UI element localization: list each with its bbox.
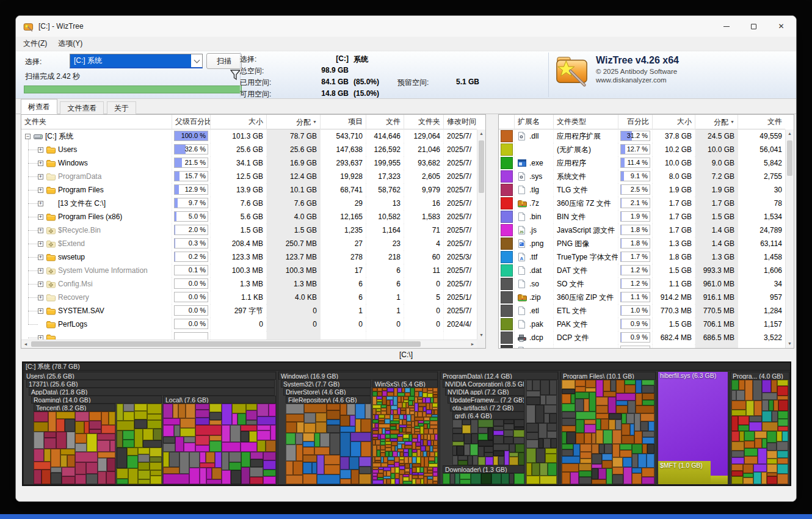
treemap-section-programdata[interactable]: ProgramData\ (12.4 GB)NVIDIA Corporation… xyxy=(440,371,559,485)
scroll-thumb[interactable] xyxy=(31,341,421,347)
scroll-thumb[interactable] xyxy=(787,140,792,176)
website-link[interactable]: www.diskanalyzer.com xyxy=(596,76,679,84)
table-row[interactable]: +$Recycle.Bin2.0 %1.5 GB1.5 GB1,2351,164… xyxy=(21,223,477,237)
treemap-mosaic[interactable] xyxy=(526,448,557,484)
treemap-label[interactable]: NVIDIA Corporation\ (8.5 GB) xyxy=(443,380,524,388)
col-modified[interactable]: 修改时间 xyxy=(444,115,478,129)
minimize-button[interactable] xyxy=(712,16,740,37)
scroll-up-icon[interactable]: ▲ xyxy=(477,129,485,138)
scan-button[interactable]: 扫描 xyxy=(206,53,242,69)
treemap-label[interactable]: NVIDIA app\ (7.2 GB) xyxy=(445,388,524,396)
scroll-down-icon[interactable]: ▼ xyxy=(477,331,485,339)
expand-icon[interactable]: + xyxy=(38,308,43,314)
treemap-label[interactable]: Tencent\ (8.2 GB) xyxy=(34,404,115,412)
table-row[interactable]: .zip360压缩 ZIP 文件1.1 %914.2 MB916.1 MB957 xyxy=(499,291,785,304)
treemap-label[interactable]: 17371\ (25.6 GB) xyxy=(26,380,275,388)
expand-icon[interactable]: + xyxy=(38,281,43,287)
treemap-label[interactable]: FileRepository\ (4.6 GB) xyxy=(286,396,371,404)
treemap-label[interactable]: Downloader\ (1.3 GB) xyxy=(443,465,524,473)
treemap-block[interactable] xyxy=(711,476,728,484)
treemap-mosaic[interactable] xyxy=(562,380,654,484)
treemap-root-label[interactable]: [C:] 系统 (78.7 GB) xyxy=(23,363,790,371)
table-row[interactable]: PerfLogs0.0 %000002024/4/ xyxy=(21,318,477,331)
expand-icon[interactable]: + xyxy=(38,268,43,274)
treemap-label[interactable]: Users\ (25.6 GB) xyxy=(24,372,276,380)
expand-icon[interactable]: + xyxy=(38,161,43,166)
treemap-mosaic[interactable] xyxy=(163,404,276,484)
expand-icon[interactable]: + xyxy=(38,187,43,193)
treemap-mosaic[interactable] xyxy=(452,419,524,465)
treemap-block[interactable]: $MFT (1.0 GB) xyxy=(658,461,711,484)
treemap-label[interactable]: Local\ (7.6 GB) xyxy=(163,396,276,404)
treemap-label[interactable]: hiberfil.sys (6.3 GB) xyxy=(658,372,728,380)
table-row[interactable]: .datDAT 文件1.2 %1.5 GB993.3 MB1,606 xyxy=(499,264,785,277)
table-row[interactable]: +swsetup0.2 %123.3 MB123.7 MB27821860202… xyxy=(21,250,477,264)
treemap-label[interactable]: UpdateFramew... (7.2 GB) xyxy=(448,396,524,404)
col-parent-percent[interactable]: 父级百分比 xyxy=(172,115,211,129)
table-row[interactable]: +[13 文件在 C:\]9.7 %7.6 GB7.6 GB2913162025… xyxy=(21,197,477,210)
table-row[interactable]: +Config.Msi0.0 %1.3 MB1.3 MB6602025/7/ xyxy=(21,277,477,291)
col-files[interactable]: 文件 xyxy=(366,115,404,129)
table-row[interactable]: .dll应用程序扩展31.2 %37.8 GB24.5 GB49,559 xyxy=(499,129,785,143)
treemap-label[interactable]: Windows\ (16.9 GB) xyxy=(278,372,438,380)
table-row[interactable]: + xyxy=(21,331,477,339)
treemap-label[interactable]: grd\ (6.4 GB) xyxy=(452,412,524,419)
table-row[interactable]: .exe应用程序11.4 %10.0 GB9.0 GB5,842 xyxy=(499,156,785,170)
scroll-thumb[interactable] xyxy=(479,140,484,193)
filter-icon[interactable] xyxy=(230,70,241,81)
drive-select[interactable]: [C:] 系统 xyxy=(70,54,203,68)
expand-icon[interactable]: + xyxy=(38,214,43,220)
extension-vscrollbar[interactable]: ▲ ▼ xyxy=(785,129,794,348)
expand-icon[interactable]: + xyxy=(38,174,43,180)
expand-icon[interactable]: + xyxy=(38,335,43,340)
col-filetype[interactable]: 文件类型 xyxy=(554,115,618,129)
expand-icon[interactable]: + xyxy=(38,228,43,233)
treemap-label[interactable]: ota-artifacts\ (7.2 GB) xyxy=(450,404,524,412)
table-row[interactable]: (无扩展名)12.7 %10.2 GB10.0 GB56,041 xyxy=(499,143,785,156)
menu-options[interactable]: 选项(Y) xyxy=(53,37,88,51)
col-percent[interactable]: 百分比 xyxy=(618,115,653,129)
tab-tree-view[interactable]: 树查看 xyxy=(21,99,57,114)
treemap-mosaic[interactable] xyxy=(117,404,162,484)
treemap-mosaic[interactable] xyxy=(443,473,524,484)
col-size[interactable]: 大小 xyxy=(653,115,695,129)
treemap-label[interactable]: Program Files\ (10.1 GB) xyxy=(560,372,656,380)
expand-icon[interactable]: + xyxy=(38,201,43,206)
table-row[interactable]: A.ttfTrueType 字体文件1.7 %1.8 GB1.3 GB1,458 xyxy=(499,250,785,264)
table-row[interactable]: .sys系统文件9.1 %8.0 GB7.2 GB2,755 xyxy=(499,170,785,183)
scroll-right-icon[interactable]: ► xyxy=(468,340,477,349)
table-row[interactable]: .7z360压缩 7Z 文件2.1 %1.7 GB1.7 GB78 xyxy=(499,197,785,210)
table-row[interactable]: .etlETL 文件1.0 %770.3 MB770.5 MB1,284 xyxy=(499,304,785,318)
table-row[interactable]: +Program Files12.9 %13.9 GB10.1 GB68,741… xyxy=(21,183,477,197)
treemap-section-windows[interactable]: Windows\ (16.9 GB)System32\ (7.7 GB)WinS… xyxy=(278,371,438,485)
table-row[interactable]: +ProgramData15.7 %12.5 GB12.4 GB19,92817… xyxy=(21,170,477,183)
treemap-section-programfiles[interactable]: Program Files\ (10.1 GB) xyxy=(560,371,656,485)
close-button[interactable]: ✕ xyxy=(767,16,795,37)
treemap-label[interactable]: ProgramData\ (12.4 GB) xyxy=(440,372,558,380)
scroll-left-icon[interactable]: ◄ xyxy=(21,340,30,349)
treemap-label[interactable]: AppData\ (21.8 GB) xyxy=(29,388,275,396)
col-extension[interactable]: 扩展名 xyxy=(515,115,554,129)
col-alloc[interactable]: 分配▼ xyxy=(267,115,321,129)
tab-file-view[interactable]: 文件查看 xyxy=(60,101,104,114)
table-row[interactable]: −[C:] 系统100.0 %101.3 GB78.7 GB543,710414… xyxy=(21,129,477,143)
collapse-icon[interactable]: − xyxy=(25,134,31,139)
treemap-label[interactable]: Roaming\ (14.0 GB) xyxy=(31,396,162,404)
expand-icon[interactable]: + xyxy=(38,147,43,153)
treemap-section-hiberfil[interactable]: hiberfil.sys (6.3 GB)$MFT (1.0 GB) xyxy=(658,371,728,485)
treemap[interactable]: [C:] 系统 (78.7 GB) Users\ (25.6 GB)17371\… xyxy=(22,361,791,486)
maximize-button[interactable] xyxy=(740,16,767,37)
expand-icon[interactable]: + xyxy=(38,241,43,247)
table-row[interactable]: .tlgTLG 文件2.5 %1.9 GB1.9 GB30 xyxy=(499,183,785,197)
table-row[interactable]: +System Volume Information0.1 %100.3 MB1… xyxy=(21,264,477,277)
treemap-label[interactable]: System32\ (7.7 GB) xyxy=(281,380,371,388)
col-items[interactable]: 项目 xyxy=(321,115,366,129)
folder-hscrollbar[interactable]: ◄ ► xyxy=(21,339,477,348)
col-alloc[interactable]: 分配▼ xyxy=(695,115,738,129)
treemap-label[interactable]: WinSxS\ (5.4 GB) xyxy=(372,380,438,388)
table-row[interactable]: +Program Files (x86)5.0 %5.6 GB4.0 GB12,… xyxy=(21,210,477,223)
table-row[interactable]: .pngPNG 图像1.8 %1.3 GB1.4 GB63,114 xyxy=(499,237,785,250)
treemap-section-users[interactable]: Users\ (25.6 GB)17371\ (25.6 GB)AppData\… xyxy=(23,371,277,485)
table-row[interactable]: +Recovery0.0 %1.1 KB4.0 KB6152025/1/ xyxy=(21,291,477,304)
table-row[interactable]: .dcpDCP 文件0.9 %682.4 MB686.5 MB3,522 xyxy=(499,331,785,344)
